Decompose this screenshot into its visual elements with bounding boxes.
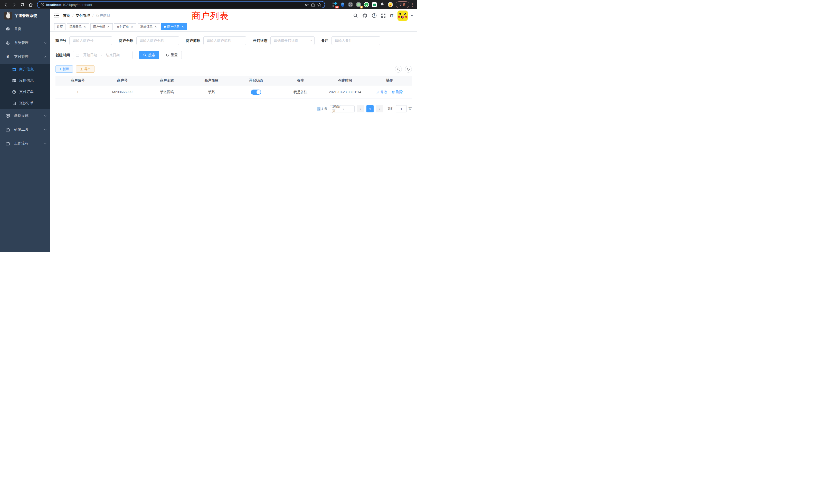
sidebar-item-payment[interactable]: ¥ 支付管理: [0, 50, 50, 64]
select-caret-icon: ∨: [343, 108, 353, 110]
sidebar-item-devtools[interactable]: 研发工具: [0, 123, 50, 137]
fullscreen-icon[interactable]: [381, 13, 386, 18]
avatar-caret-icon[interactable]: [411, 15, 413, 17]
sidebar-item-label: 工作流程: [14, 141, 44, 146]
search-button-label: 搜索: [148, 53, 155, 58]
font-size-icon[interactable]: tT: [390, 13, 393, 18]
breadcrumb-payment[interactable]: 支付管理: [76, 13, 90, 18]
tab-refund-order[interactable]: 退款订单✕: [138, 23, 160, 30]
browser-update-button[interactable]: 更新: [396, 1, 409, 8]
edit-pencil-icon: [376, 91, 379, 94]
sidebar-item-label: 首页: [14, 27, 47, 31]
tab-label: 退款订单: [140, 25, 153, 29]
merchant-no-input[interactable]: [69, 37, 112, 45]
close-tab-icon[interactable]: ✕: [154, 25, 157, 28]
extension-balloon-icon[interactable]: [340, 2, 345, 7]
prev-page-button[interactable]: ‹: [357, 105, 364, 112]
form-item-short-name: 商户简称: [186, 37, 246, 45]
chevron-down-icon: [44, 114, 47, 117]
tab-pay-order[interactable]: 支付订单✕: [114, 23, 136, 30]
short-name-input[interactable]: [203, 37, 246, 45]
close-tab-icon[interactable]: ✕: [83, 25, 87, 28]
sidebar-item-refund-order[interactable]: 退款订单: [0, 97, 50, 109]
tab-process-form[interactable]: 流程表单✕: [67, 23, 89, 30]
top-navbar: 首页 / 支付管理 / 商户信息 ? tT: [50, 9, 417, 22]
close-tab-icon[interactable]: ✕: [107, 25, 110, 28]
password-key-icon[interactable]: [305, 3, 309, 7]
sidebar-item-pay-order[interactable]: ¥ 支付订单: [0, 86, 50, 97]
column-header: 商户全称: [145, 78, 189, 83]
column-header: 商户号: [100, 78, 145, 83]
browser-forward-button[interactable]: [11, 1, 18, 8]
browser-home-button[interactable]: [27, 1, 34, 8]
goto-page-input[interactable]: [396, 105, 407, 112]
full-name-input[interactable]: [136, 37, 179, 45]
extension-grid-icon[interactable]: 10: [332, 2, 337, 7]
user-avatar[interactable]: [397, 10, 408, 21]
status-toggle[interactable]: [251, 90, 261, 95]
extension-command-icon[interactable]: ⌘: [348, 2, 353, 7]
svg-text:¥: ¥: [14, 91, 15, 93]
trash-icon: [392, 91, 395, 94]
start-date-input[interactable]: [81, 53, 100, 57]
remark-input[interactable]: [331, 37, 380, 45]
help-icon[interactable]: ?: [372, 13, 377, 18]
browser-menu-icon[interactable]: [411, 2, 414, 7]
status-select[interactable]: 请选择开启状态 ∨: [270, 37, 314, 45]
page-size-select[interactable]: 10条/页 ∨: [330, 105, 355, 112]
browser-back-button[interactable]: [3, 1, 9, 8]
sidebar-item-workflow[interactable]: 工作流程: [0, 137, 50, 151]
tab-home[interactable]: 首页: [54, 23, 65, 30]
plus-icon: +: [59, 67, 61, 71]
field-label: 商户号: [56, 39, 66, 43]
sidebar: 芋道管理系统 首页 系统管理 ¥ 支付管理: [0, 9, 50, 252]
edit-link[interactable]: 修改: [376, 90, 387, 94]
header-search-icon[interactable]: [353, 13, 358, 18]
github-icon[interactable]: [362, 13, 368, 18]
sidebar-item-merchant-info[interactable]: 商户信息: [0, 64, 50, 75]
sidebar-item-home[interactable]: 首页: [0, 22, 50, 36]
sidebar-item-system[interactable]: 系统管理: [0, 36, 50, 50]
extension-recorder-icon[interactable]: 1: [356, 2, 361, 7]
extensions-puzzle-icon[interactable]: [379, 2, 385, 7]
extension-y-icon[interactable]: y: [364, 2, 369, 7]
tab-user-group[interactable]: 用户分组✕: [90, 23, 113, 30]
sidebar-item-app-info[interactable]: 应用信息: [0, 75, 50, 86]
delete-link[interactable]: 删除: [392, 90, 403, 94]
extension-icons: 10 ⌘ 1 y: [332, 2, 393, 7]
close-tab-icon[interactable]: ✕: [181, 25, 184, 28]
page-content: 商户号 商户全称 商户简称 开启状态 请选择开启状态 ∨: [50, 31, 417, 252]
refresh-button[interactable]: [405, 66, 412, 73]
add-button-label: 新增: [63, 67, 69, 71]
breadcrumb-home[interactable]: 首页: [63, 13, 70, 18]
cell-created-at: 2021-10-23 08:31:14: [323, 90, 368, 94]
page-number-1[interactable]: 1: [367, 105, 374, 112]
payment-submenu: 商户信息 应用信息 ¥ 支付订单: [0, 64, 50, 109]
tab-label: 流程表单: [69, 25, 82, 29]
add-button[interactable]: + 新增: [56, 65, 73, 73]
toggle-search-button[interactable]: [395, 66, 402, 73]
search-form-row-1: 商户号 商户全称 商户简称 开启状态 请选择开启状态 ∨: [56, 37, 412, 45]
hamburger-icon[interactable]: [54, 14, 59, 18]
share-icon[interactable]: [311, 3, 315, 7]
browser-profile-avatar[interactable]: [388, 2, 393, 7]
close-tab-icon[interactable]: ✕: [130, 25, 134, 28]
browser-toolbar: localhost:1024/pay/merchant 10 ⌘ 1 y 更新: [0, 0, 417, 9]
reset-button[interactable]: 重置: [162, 51, 182, 59]
address-bar[interactable]: localhost:1024/pay/merchant: [37, 1, 325, 8]
export-button-label: 导出: [84, 67, 91, 71]
extension-chat-icon[interactable]: [372, 2, 377, 7]
browser-reload-button[interactable]: [19, 1, 26, 8]
next-page-button[interactable]: ›: [376, 105, 383, 112]
export-button[interactable]: 导出: [76, 65, 94, 73]
app-logo[interactable]: 芋道管理系统: [0, 9, 50, 22]
end-date-input[interactable]: [104, 53, 122, 57]
site-info-icon[interactable]: [41, 3, 44, 6]
sidebar-item-infrastructure[interactable]: 基础设施: [0, 109, 50, 123]
tab-merchant-info[interactable]: 商户信息✕: [161, 23, 187, 30]
grid-table-icon: [12, 78, 17, 83]
create-time-range-picker[interactable]: -: [73, 51, 132, 59]
field-label: 商户全称: [119, 39, 133, 43]
bookmark-star-icon[interactable]: [317, 3, 322, 7]
search-button[interactable]: 搜索: [139, 51, 159, 59]
